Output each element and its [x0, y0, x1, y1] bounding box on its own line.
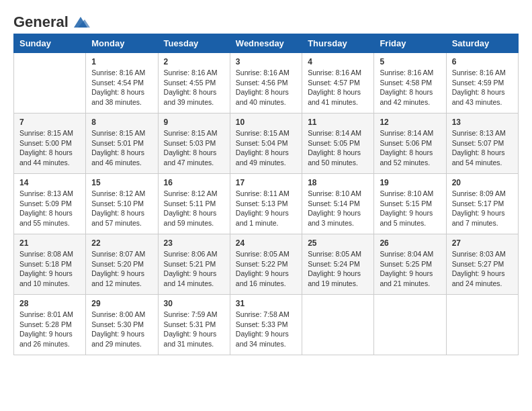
- day-number: 10: [236, 118, 296, 127]
- day-number: 26: [380, 238, 440, 248]
- day-info: Sunrise: 7:59 AM Sunset: 5:31 PM Dayligh…: [164, 310, 224, 349]
- day-number: 25: [308, 238, 368, 248]
- weekday-header-cell: Friday: [374, 34, 446, 53]
- day-number: 8: [91, 118, 152, 127]
- weekday-header-cell: Thursday: [302, 34, 374, 53]
- calendar-cell: 29Sunrise: 8:00 AM Sunset: 5:30 PM Dayli…: [86, 295, 158, 355]
- day-number: 28: [19, 299, 80, 308]
- calendar-cell: 10Sunrise: 8:15 AM Sunset: 5:04 PM Dayli…: [230, 113, 302, 174]
- calendar-cell: [14, 53, 86, 113]
- calendar-cell: 3Sunrise: 8:16 AM Sunset: 4:56 PM Daylig…: [230, 53, 302, 113]
- calendar-cell: 27Sunrise: 8:03 AM Sunset: 5:27 PM Dayli…: [446, 234, 518, 295]
- day-info: Sunrise: 8:13 AM Sunset: 5:07 PM Dayligh…: [452, 128, 513, 168]
- day-info: Sunrise: 8:16 AM Sunset: 4:56 PM Dayligh…: [236, 68, 296, 107]
- weekday-header-cell: Wednesday: [230, 34, 302, 53]
- day-info: Sunrise: 8:05 AM Sunset: 5:22 PM Dayligh…: [236, 249, 296, 289]
- calendar-cell: 28Sunrise: 8:01 AM Sunset: 5:28 PM Dayli…: [14, 295, 86, 355]
- day-info: Sunrise: 8:09 AM Sunset: 5:17 PM Dayligh…: [452, 189, 513, 228]
- calendar-week-row: 28Sunrise: 8:01 AM Sunset: 5:28 PM Dayli…: [14, 295, 519, 355]
- weekday-header-cell: Sunday: [14, 34, 86, 53]
- day-info: Sunrise: 8:16 AM Sunset: 4:55 PM Dayligh…: [164, 68, 224, 107]
- day-info: Sunrise: 8:12 AM Sunset: 5:11 PM Dayligh…: [164, 189, 224, 228]
- day-number: 31: [236, 299, 296, 308]
- day-info: Sunrise: 8:08 AM Sunset: 5:18 PM Dayligh…: [19, 249, 80, 289]
- calendar-cell: 25Sunrise: 8:05 AM Sunset: 5:24 PM Dayli…: [302, 234, 374, 295]
- day-info: Sunrise: 8:07 AM Sunset: 5:20 PM Dayligh…: [91, 249, 152, 289]
- day-number: 23: [164, 238, 224, 248]
- calendar-cell: [374, 295, 446, 355]
- day-info: Sunrise: 8:06 AM Sunset: 5:21 PM Dayligh…: [164, 249, 224, 289]
- day-number: 11: [308, 118, 368, 127]
- calendar-cell: 17Sunrise: 8:11 AM Sunset: 5:13 PM Dayli…: [230, 174, 302, 234]
- calendar-cell: 22Sunrise: 8:07 AM Sunset: 5:20 PM Dayli…: [86, 234, 158, 295]
- day-number: 1: [91, 57, 152, 66]
- day-number: 22: [91, 238, 152, 248]
- calendar-cell: 31Sunrise: 7:58 AM Sunset: 5:33 PM Dayli…: [230, 295, 302, 355]
- day-info: Sunrise: 8:16 AM Sunset: 4:59 PM Dayligh…: [452, 68, 513, 107]
- day-number: 6: [452, 57, 513, 66]
- calendar-cell: 26Sunrise: 8:04 AM Sunset: 5:25 PM Dayli…: [374, 234, 446, 295]
- calendar-cell: 4Sunrise: 8:16 AM Sunset: 4:57 PM Daylig…: [302, 53, 374, 113]
- day-info: Sunrise: 8:14 AM Sunset: 5:06 PM Dayligh…: [380, 128, 440, 168]
- weekday-header-cell: Monday: [86, 34, 158, 53]
- day-number: 19: [380, 178, 440, 187]
- day-info: Sunrise: 8:15 AM Sunset: 5:04 PM Dayligh…: [236, 128, 296, 168]
- day-info: Sunrise: 8:15 AM Sunset: 5:00 PM Dayligh…: [19, 128, 80, 168]
- weekday-header-cell: Saturday: [446, 34, 518, 53]
- calendar-cell: 24Sunrise: 8:05 AM Sunset: 5:22 PM Dayli…: [230, 234, 302, 295]
- day-number: 24: [236, 238, 296, 248]
- calendar-cell: 12Sunrise: 8:14 AM Sunset: 5:06 PM Dayli…: [374, 113, 446, 174]
- calendar-week-row: 14Sunrise: 8:13 AM Sunset: 5:09 PM Dayli…: [14, 174, 519, 234]
- calendar-cell: 7Sunrise: 8:15 AM Sunset: 5:00 PM Daylig…: [14, 113, 86, 174]
- calendar-cell: 11Sunrise: 8:14 AM Sunset: 5:05 PM Dayli…: [302, 113, 374, 174]
- day-number: 9: [164, 118, 224, 127]
- calendar-cell: 20Sunrise: 8:09 AM Sunset: 5:17 PM Dayli…: [446, 174, 518, 234]
- day-info: Sunrise: 8:14 AM Sunset: 5:05 PM Dayligh…: [308, 128, 368, 168]
- calendar-cell: 15Sunrise: 8:12 AM Sunset: 5:10 PM Dayli…: [86, 174, 158, 234]
- day-number: 3: [236, 57, 296, 66]
- day-info: Sunrise: 8:11 AM Sunset: 5:13 PM Dayligh…: [236, 189, 296, 228]
- day-info: Sunrise: 8:13 AM Sunset: 5:09 PM Dayligh…: [19, 189, 80, 228]
- day-info: Sunrise: 8:16 AM Sunset: 4:58 PM Dayligh…: [380, 68, 440, 107]
- calendar-table: SundayMondayTuesdayWednesdayThursdayFrid…: [13, 34, 519, 355]
- day-info: Sunrise: 7:58 AM Sunset: 5:33 PM Dayligh…: [236, 310, 296, 349]
- day-info: Sunrise: 8:01 AM Sunset: 5:28 PM Dayligh…: [19, 310, 80, 349]
- day-info: Sunrise: 8:03 AM Sunset: 5:27 PM Dayligh…: [452, 249, 513, 289]
- calendar-cell: 23Sunrise: 8:06 AM Sunset: 5:21 PM Dayli…: [158, 234, 230, 295]
- day-info: Sunrise: 8:16 AM Sunset: 4:54 PM Dayligh…: [91, 68, 152, 107]
- calendar-cell: 13Sunrise: 8:13 AM Sunset: 5:07 PM Dayli…: [446, 113, 518, 174]
- calendar-cell: 8Sunrise: 8:15 AM Sunset: 5:01 PM Daylig…: [86, 113, 158, 174]
- day-info: Sunrise: 8:04 AM Sunset: 5:25 PM Dayligh…: [380, 249, 440, 289]
- day-number: 20: [452, 178, 513, 187]
- day-number: 27: [452, 238, 513, 248]
- day-number: 12: [380, 118, 440, 127]
- calendar-cell: 19Sunrise: 8:10 AM Sunset: 5:15 PM Dayli…: [374, 174, 446, 234]
- day-number: 2: [164, 57, 224, 66]
- day-number: 16: [164, 178, 224, 187]
- day-info: Sunrise: 8:15 AM Sunset: 5:03 PM Dayligh…: [164, 128, 224, 168]
- day-number: 14: [19, 178, 80, 187]
- day-number: 13: [452, 118, 513, 127]
- calendar-cell: 16Sunrise: 8:12 AM Sunset: 5:11 PM Dayli…: [158, 174, 230, 234]
- calendar-cell: 9Sunrise: 8:15 AM Sunset: 5:03 PM Daylig…: [158, 113, 230, 174]
- calendar-cell: [302, 295, 374, 355]
- day-number: 21: [19, 238, 80, 248]
- day-number: 17: [236, 178, 296, 187]
- calendar-cell: 18Sunrise: 8:10 AM Sunset: 5:14 PM Dayli…: [302, 174, 374, 234]
- day-info: Sunrise: 8:10 AM Sunset: 5:14 PM Dayligh…: [308, 189, 368, 228]
- logo: General: [13, 13, 90, 27]
- day-number: 7: [19, 118, 80, 127]
- calendar-cell: 30Sunrise: 7:59 AM Sunset: 5:31 PM Dayli…: [158, 295, 230, 355]
- day-info: Sunrise: 8:05 AM Sunset: 5:24 PM Dayligh…: [308, 249, 368, 289]
- weekday-header-cell: Tuesday: [158, 34, 230, 53]
- day-info: Sunrise: 8:16 AM Sunset: 4:57 PM Dayligh…: [308, 68, 368, 107]
- calendar-week-row: 7Sunrise: 8:15 AM Sunset: 5:00 PM Daylig…: [14, 113, 519, 174]
- calendar-cell: 21Sunrise: 8:08 AM Sunset: 5:18 PM Dayli…: [14, 234, 86, 295]
- day-number: 4: [308, 57, 368, 66]
- calendar-cell: 14Sunrise: 8:13 AM Sunset: 5:09 PM Dayli…: [14, 174, 86, 234]
- logo-text-general: General: [13, 13, 69, 31]
- weekday-header-row: SundayMondayTuesdayWednesdayThursdayFrid…: [14, 34, 519, 53]
- day-number: 29: [91, 299, 152, 308]
- day-info: Sunrise: 8:15 AM Sunset: 5:01 PM Dayligh…: [91, 128, 152, 168]
- logo-icon: [71, 15, 90, 29]
